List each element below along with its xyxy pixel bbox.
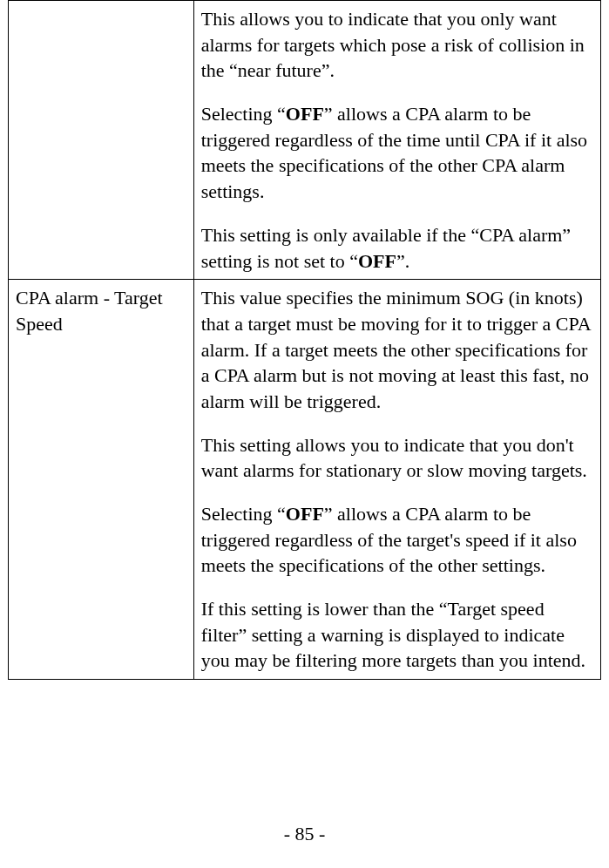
table-row: CPA alarm - Target Speed This value spec…: [9, 280, 601, 680]
table-body: This allows you to indicate that you onl…: [9, 1, 601, 680]
paragraph: This value specifies the minimum SOG (in…: [201, 285, 593, 414]
table-row: This allows you to indicate that you onl…: [9, 1, 601, 280]
text: This allows you to indicate that you onl…: [201, 8, 585, 81]
paragraph: This allows you to indicate that you onl…: [201, 6, 593, 84]
text: This value specifies the minimum SOG (in…: [201, 287, 591, 412]
bold-text: OFF: [286, 103, 324, 125]
setting-name-text: CPA alarm - Target Speed: [16, 287, 163, 335]
page-container: This allows you to indicate that you onl…: [0, 0, 609, 868]
paragraph: This setting is only available if the “C…: [201, 222, 593, 274]
paragraph: Selecting “OFF” allows a CPA alarm to be…: [201, 501, 593, 579]
setting-description-cell: This allows you to indicate that you onl…: [193, 1, 600, 280]
setting-name-cell: CPA alarm - Target Speed: [9, 280, 194, 680]
settings-table: This allows you to indicate that you onl…: [8, 0, 601, 680]
text: If this setting is lower than the “Targe…: [201, 598, 585, 671]
page-number: - 85 -: [0, 821, 609, 847]
text: ”.: [396, 250, 409, 272]
paragraph: If this setting is lower than the “Targe…: [201, 596, 593, 674]
setting-description-cell: This value specifies the minimum SOG (in…: [193, 280, 600, 680]
setting-name-cell: [9, 1, 194, 280]
bold-text: OFF: [358, 250, 396, 272]
paragraph: This setting allows you to indicate that…: [201, 432, 593, 484]
text: Selecting “: [201, 503, 286, 525]
paragraph: Selecting “OFF” allows a CPA alarm to be…: [201, 101, 593, 205]
text: This setting allows you to indicate that…: [201, 434, 587, 482]
text: Selecting “: [201, 103, 286, 125]
bold-text: OFF: [286, 503, 324, 525]
